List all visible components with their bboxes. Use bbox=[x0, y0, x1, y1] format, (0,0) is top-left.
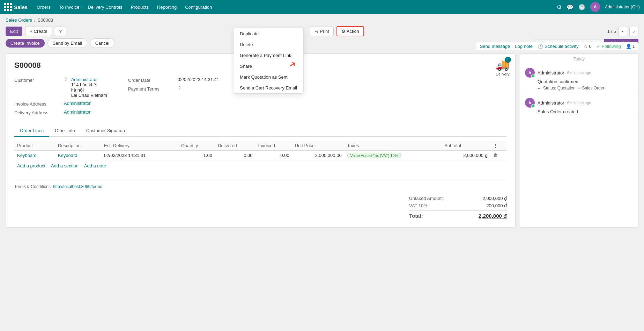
cell-row-action[interactable]: 🗑 bbox=[490, 151, 507, 160]
order-date-value: 02/02/2023 14:31:41 bbox=[178, 77, 219, 82]
delivery-badge[interactable]: 🚚 1 Delivery bbox=[496, 58, 510, 76]
create-button[interactable]: + Create bbox=[25, 27, 52, 36]
pagination-count: 1 / 5 bbox=[607, 29, 616, 34]
schedule-activity-link[interactable]: 🕐 Schedule activity bbox=[538, 44, 579, 49]
totals-section: Untaxed Amount: 2,000,000 ₫ VAT 10%: 200… bbox=[14, 195, 507, 220]
cell-est-delivery: 02/02/2023 14:31:31 bbox=[101, 151, 178, 160]
app-name: Sales bbox=[14, 4, 28, 10]
clock-icon[interactable]: 🕐 bbox=[578, 4, 585, 10]
chatter-message-1: A Administrator 6 minutes ago Quotation … bbox=[520, 64, 638, 94]
check-icon: ✓ bbox=[597, 44, 600, 49]
dropdown-delete[interactable]: Delete bbox=[234, 39, 303, 50]
nav-right: ⚙ 💬 🕐 A Administrator (GH) bbox=[557, 2, 640, 12]
total-label: Total: bbox=[409, 213, 423, 219]
following-button[interactable]: ✓ Following bbox=[597, 44, 621, 49]
chatter: Today A Administrator 6 minutes ago Quot… bbox=[520, 53, 638, 228]
grid-icon bbox=[4, 3, 12, 11]
add-note-link[interactable]: Add a note bbox=[84, 163, 106, 168]
customer-name[interactable]: Administrator bbox=[71, 77, 107, 82]
pagination-next[interactable]: › bbox=[629, 27, 638, 36]
chatter-body-2: Sales Order created bbox=[525, 109, 633, 114]
tab-order-lines[interactable]: Order Lines bbox=[14, 125, 49, 137]
chatter-message-2: A Administrator 6 minutes ago Sales Orde… bbox=[520, 94, 638, 118]
pagination-prev[interactable]: ‹ bbox=[618, 27, 627, 36]
delivery-count: 1 bbox=[505, 57, 511, 63]
chatter-text-2: Sales Order created bbox=[538, 109, 578, 114]
tab-customer-signature[interactable]: Customer Signature bbox=[81, 125, 132, 137]
add-section-link[interactable]: Add a section bbox=[51, 163, 79, 168]
chatter-time-2: 6 minutes ago bbox=[567, 101, 591, 105]
customer-help-icon[interactable]: ? bbox=[65, 77, 67, 82]
edit-button[interactable]: Edit bbox=[6, 27, 22, 36]
send-message-link[interactable]: Send message bbox=[480, 44, 510, 49]
action-button[interactable]: ⚙ Action bbox=[336, 26, 364, 36]
tab-other-info[interactable]: Other Info bbox=[49, 125, 81, 137]
top-nav: Sales Orders To Invoice Delivery Control… bbox=[0, 0, 644, 14]
print-button[interactable]: 🖨 Print bbox=[310, 27, 334, 36]
send-by-email-button[interactable]: Send by Email bbox=[47, 38, 87, 48]
dropdown-mark-quotation[interactable]: Mark Quotation as Sent bbox=[234, 72, 303, 82]
breadcrumb: Sales Orders / S00008 bbox=[0, 14, 644, 24]
dropdown-duplicate[interactable]: Duplicate bbox=[234, 28, 303, 39]
vat-value: 200,000 ₫ bbox=[486, 203, 507, 208]
col-taxes: Taxes bbox=[345, 141, 442, 151]
nav-delivery-controls[interactable]: Delivery Controls bbox=[84, 2, 126, 12]
chatter-msg-header-2: A Administrator 6 minutes ago bbox=[525, 98, 633, 108]
settings-icon[interactable]: ⚙ bbox=[557, 4, 562, 10]
order-table: Product Description Est. Delivery Quanti… bbox=[14, 141, 507, 160]
cell-subtotal: 2,000,000 ₫ bbox=[442, 151, 490, 160]
untaxed-value: 2,000,000 ₫ bbox=[483, 196, 507, 201]
user-name: Administrator (GH) bbox=[605, 5, 640, 9]
app-logo[interactable]: Sales bbox=[4, 3, 28, 11]
chatter-avatar-2: A bbox=[525, 98, 535, 108]
totals-table: Untaxed Amount: 2,000,000 ₫ VAT 10%: 200… bbox=[409, 195, 507, 220]
log-note-link[interactable]: Log note bbox=[515, 44, 533, 49]
delivery-address-value[interactable]: Administrator bbox=[64, 109, 91, 115]
vat-row: VAT 10%: 200,000 ₫ bbox=[409, 202, 507, 209]
followers-count: 0 bbox=[589, 44, 592, 49]
chatter-avatar-1: A bbox=[525, 68, 535, 78]
create-invoice-button[interactable]: Create Invoice bbox=[6, 39, 45, 48]
col-est-delivery: Est. Delivery bbox=[101, 141, 178, 151]
chat-icon[interactable]: 💬 bbox=[567, 4, 573, 10]
payment-terms-label: Payment Terms bbox=[128, 86, 173, 92]
user-follow-badge: 👤 1 bbox=[626, 44, 635, 49]
person-icon: 👤 bbox=[626, 44, 631, 49]
tax-badge: Value Added Tax (VAT) 10% bbox=[347, 153, 401, 158]
nav-reporting[interactable]: Reporting bbox=[154, 2, 180, 12]
breadcrumb-separator: / bbox=[34, 17, 36, 23]
nav-configuration[interactable]: Configuration bbox=[182, 2, 215, 12]
nav-products[interactable]: Products bbox=[127, 2, 152, 12]
tabs: Order Lines Other Info Customer Signatur… bbox=[14, 125, 507, 137]
untaxed-row: Untaxed Amount: 2,000,000 ₫ bbox=[409, 195, 507, 202]
nav-to-invoice[interactable]: To Invoice bbox=[55, 2, 83, 12]
cell-unit-price: 2,000,000.00 bbox=[292, 151, 345, 160]
untaxed-label: Untaxed Amount: bbox=[409, 196, 444, 201]
chatter-detail-1: Status: Quotation → Sales Order bbox=[543, 86, 633, 91]
col-unit-price: Unit Price bbox=[292, 141, 345, 151]
nav-orders[interactable]: Orders bbox=[33, 2, 54, 12]
total-value: 2,200,000 ₫ bbox=[479, 213, 507, 219]
help-button[interactable]: ? bbox=[55, 27, 66, 36]
breadcrumb-parent[interactable]: Sales Orders bbox=[6, 17, 32, 23]
terms-link[interactable]: http://localhost:8069/terms bbox=[53, 184, 102, 189]
col-product: Product bbox=[14, 141, 55, 151]
description-link[interactable]: Keyboard bbox=[58, 153, 77, 158]
cell-delivered: 0.00 bbox=[215, 151, 256, 160]
chatter-text-1: Quotation confirmed bbox=[538, 79, 578, 84]
col-delivered: Delivered bbox=[215, 141, 256, 151]
col-invoiced: Invoiced bbox=[256, 141, 292, 151]
col-description: Description bbox=[55, 141, 101, 151]
add-product-link[interactable]: Add a product bbox=[17, 163, 45, 168]
avatar[interactable]: A bbox=[590, 2, 600, 12]
chatter-msg-header-1: A Administrator 6 minutes ago bbox=[525, 68, 633, 78]
cancel-button[interactable]: Cancel bbox=[90, 38, 114, 48]
chatter-body-1: Quotation confirmed Status: Quotation → … bbox=[525, 79, 633, 91]
dropdown-cart-recovery[interactable]: Send a Cart Recovery Email bbox=[234, 82, 303, 93]
breadcrumb-current: S00008 bbox=[38, 17, 53, 23]
product-link[interactable]: Keyboard bbox=[17, 153, 37, 158]
delivery-address-label: Delivery Address bbox=[14, 109, 60, 115]
clock-small-icon: 🕐 bbox=[538, 44, 543, 49]
payment-terms-help-icon[interactable]: ? bbox=[178, 86, 181, 91]
invoice-address-value[interactable]: Administrator bbox=[64, 101, 91, 106]
